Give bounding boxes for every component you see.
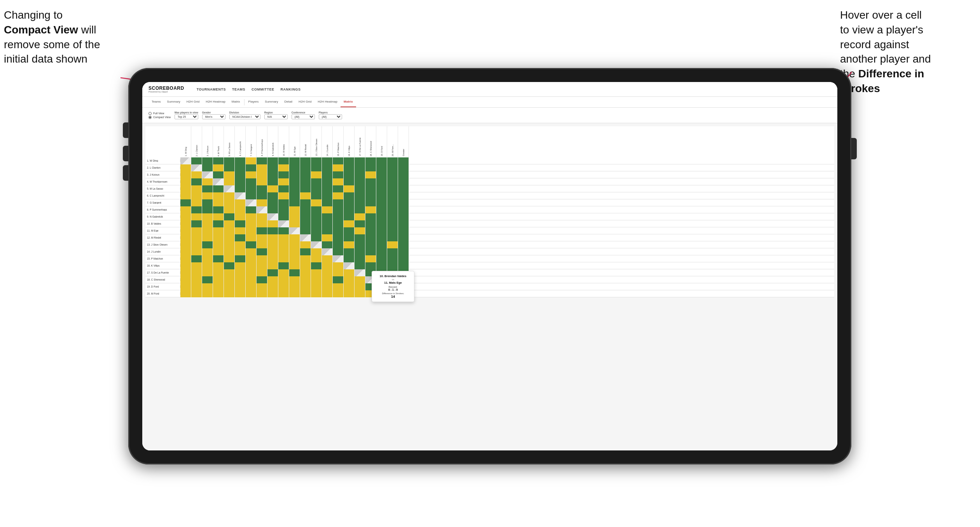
sub-tab-h2h-grid-right[interactable]: H2H Grid [295,97,314,107]
grid-cell[interactable] [289,192,300,199]
grid-cell[interactable] [333,234,344,241]
grid-cell[interactable] [300,171,311,178]
sub-tab-h2h-grid[interactable]: H2H Grid [183,97,203,107]
grid-cell[interactable] [235,199,246,206]
radio-compact-view[interactable]: Compact View [148,116,171,119]
grid-cell[interactable] [213,157,224,164]
grid-cell[interactable] [333,192,344,199]
grid-cell[interactable] [376,192,387,199]
grid-cell[interactable] [333,241,344,248]
grid-cell[interactable] [213,276,224,283]
grid-cell[interactable] [224,220,235,227]
grid-cell[interactable] [398,227,409,234]
grid-cell[interactable] [246,227,257,234]
grid-cell[interactable] [333,227,344,234]
grid-cell[interactable] [387,241,398,248]
grid-cell[interactable] [180,276,191,283]
grid-cell[interactable] [267,227,278,234]
grid-cell[interactable] [344,178,355,185]
grid-cell[interactable] [202,157,213,164]
grid-cell[interactable] [398,157,409,164]
grid-cell[interactable] [322,276,333,283]
grid-cell[interactable] [235,248,246,255]
grid-cell[interactable] [224,283,235,290]
grid-cell[interactable] [278,220,289,227]
grid-cell[interactable] [387,255,398,262]
grid-cell[interactable] [365,220,376,227]
grid-cell[interactable] [267,164,278,171]
grid-cell[interactable] [365,178,376,185]
grid-cell[interactable] [213,290,224,297]
grid-cell[interactable] [311,185,322,192]
grid-cell[interactable] [224,199,235,206]
grid-cell[interactable] [191,241,202,248]
grid-cell[interactable] [213,220,224,227]
grid-cell[interactable] [191,157,202,164]
grid-cell[interactable] [235,290,246,297]
grid-cell[interactable] [235,220,246,227]
grid-cell[interactable] [278,199,289,206]
grid-cell[interactable] [267,199,278,206]
grid-cell[interactable] [344,157,355,164]
grid-cell[interactable] [213,262,224,269]
grid-cell[interactable] [355,206,365,213]
grid-cell[interactable] [191,171,202,178]
grid-cell[interactable] [180,171,191,178]
grid-cell[interactable] [300,178,311,185]
filter-gender-select[interactable]: Men's [202,114,225,119]
grid-cell[interactable] [300,248,311,255]
grid-cell[interactable] [398,199,409,206]
grid-cell[interactable] [224,171,235,178]
grid-cell[interactable] [322,255,333,262]
grid-cell[interactable] [333,185,344,192]
grid-cell[interactable] [333,171,344,178]
grid-cell[interactable] [213,255,224,262]
grid-cell[interactable] [333,213,344,220]
grid-cell[interactable] [246,276,257,283]
grid-cell[interactable] [289,262,300,269]
grid-cell[interactable] [235,241,246,248]
grid-cell[interactable] [213,234,224,241]
grid-cell[interactable] [180,227,191,234]
grid-cell[interactable] [257,276,267,283]
grid-cell[interactable] [235,255,246,262]
grid-cell[interactable] [333,157,344,164]
grid-cell[interactable] [300,206,311,213]
grid-cell[interactable] [376,241,387,248]
grid-cell[interactable] [365,192,376,199]
grid-cell[interactable] [257,269,267,276]
grid-cell[interactable] [224,276,235,283]
grid-cell[interactable] [267,220,278,227]
grid-cell[interactable] [202,199,213,206]
grid-cell[interactable] [322,157,333,164]
grid-cell[interactable] [213,206,224,213]
grid-cell[interactable] [300,157,311,164]
sub-tab-summary-right[interactable]: Summary [262,97,281,107]
grid-cell[interactable] [191,206,202,213]
grid-cell[interactable] [235,227,246,234]
grid-cell[interactable] [213,248,224,255]
grid-cell[interactable] [300,269,311,276]
grid-cell[interactable] [267,241,278,248]
grid-cell[interactable] [180,262,191,269]
grid-cell[interactable] [344,164,355,171]
grid-cell[interactable] [180,248,191,255]
grid-cell[interactable] [311,255,322,262]
grid-cell[interactable] [311,234,322,241]
grid-cell[interactable] [213,213,224,220]
grid-cell[interactable] [322,262,333,269]
grid-cell[interactable] [278,164,289,171]
grid-cell[interactable] [224,185,235,192]
grid-cell[interactable] [191,227,202,234]
grid-cell[interactable] [224,206,235,213]
grid-cell[interactable] [257,220,267,227]
grid-cell[interactable] [365,213,376,220]
grid-cell[interactable] [257,283,267,290]
grid-cell[interactable] [289,171,300,178]
grid-cell[interactable] [289,220,300,227]
grid-cell[interactable] [246,192,257,199]
grid-cell[interactable] [224,234,235,241]
grid-cell[interactable] [398,255,409,262]
grid-cell[interactable] [213,185,224,192]
grid-cell[interactable] [267,192,278,199]
